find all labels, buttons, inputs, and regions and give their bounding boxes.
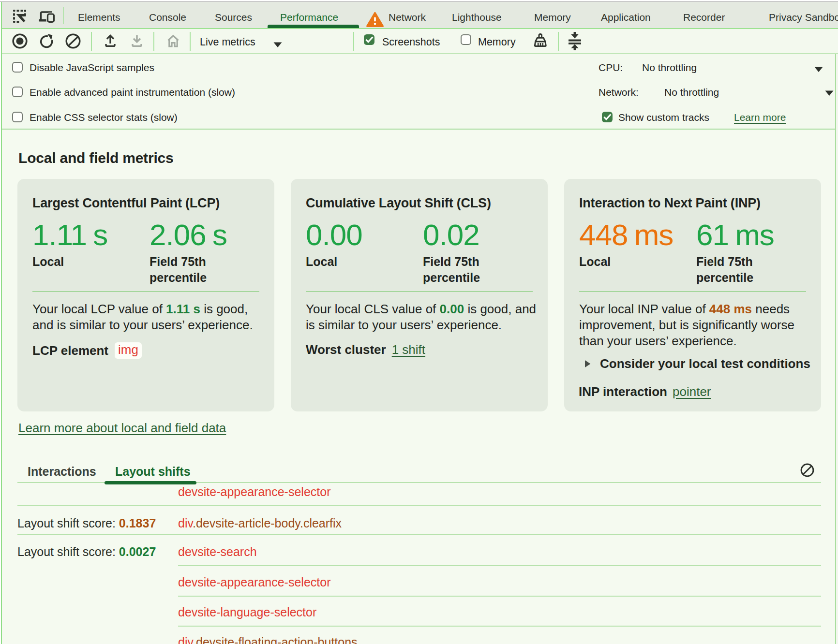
tab-memory[interactable]: Memory [534,11,571,24]
chevron-down-icon [824,90,834,96]
tab-layout-shifts[interactable]: Layout shifts [115,465,191,479]
node-link[interactable]: devsite-language-selector [178,605,316,619]
node-link[interactable]: devsite-appearance-selector [178,485,330,498]
network-throttling-value: No throttling [664,86,719,99]
layout-shift-affected-node[interactable]: devsite-language-selector [178,605,316,619]
cpu-throttling-select[interactable]: No throttling [636,54,829,79]
collapse-icon[interactable] [567,32,583,50]
upload-icon[interactable] [103,33,118,48]
screenshots-checkbox[interactable] [364,34,374,45]
inp-field-value: 61 ms [696,220,774,250]
show-custom-tracks-checkbox[interactable] [602,112,613,122]
lcp-element-node-chip[interactable]: img [115,342,142,359]
layout-shift-affected-node[interactable]: div.devsite-floating-action-buttons [178,635,358,644]
download-icon[interactable] [130,33,144,48]
lcp-description: Your local LCP value of 1.11 s is good, … [32,301,269,333]
inp-description: Your local INP value of 448 ms needs imp… [579,301,816,349]
show-custom-tracks-label[interactable]: Show custom tracks [618,111,709,124]
tab-lighthouse[interactable]: Lighthouse [452,11,502,24]
page-title: Local and field metrics [18,150,174,166]
tab-network[interactable]: Network [389,11,426,24]
worst-cluster-row: Worst cluster 1 shift [306,342,425,357]
cls-card: Cumulative Layout Shift (CLS) 0.00 0.02 … [291,179,548,411]
css-selector-stats-checkbox[interactable] [12,112,23,122]
memory-checkbox[interactable] [461,34,471,45]
lcp-field-value: 2.06 s [150,220,227,250]
record-icon[interactable] [12,33,28,49]
clear-log-icon[interactable] [800,463,814,477]
toolbar-separator [153,32,154,51]
selected-log-tab-underline [105,481,196,484]
css-selector-stats-label[interactable]: Enable CSS selector stats (slow) [30,111,178,124]
local-label: Local [32,254,139,270]
lcp-element-row: LCP element img [32,342,142,359]
local-test-conditions-disclosure[interactable]: Consider your local test conditions [584,356,810,371]
card-title: Cumulative Layout Shift (CLS) [306,196,491,211]
settings-pane: Disable JavaScript samples Enable advanc… [2,54,838,129]
performance-toolbar: Live metrics Screenshots Memory [2,29,838,53]
tab-elements[interactable]: Elements [78,11,120,24]
view-mode-value: Live metrics [200,36,255,48]
reload-icon[interactable] [39,33,54,49]
toolbar-separator [558,32,559,51]
view-mode-select[interactable]: Live metrics [193,29,297,53]
learn-more-field-data-link[interactable]: Learn more about local and field data [18,421,226,436]
layout-shift-affected-node[interactable]: div.devsite-article-body.clearfix [178,516,342,530]
node-link-classes[interactable]: .devsite-floating-action-buttons [193,635,357,644]
layout-shift-affected-node[interactable]: devsite-appearance-selector [178,575,330,589]
custom-tracks-learn-more-link[interactable]: Learn more [734,111,786,124]
field-label: Field 75th percentile [423,254,529,286]
layout-shift-affected-node[interactable]: devsite-search [178,545,257,559]
devtools-tabbar: Elements Console Sources Performance Net… [2,2,838,28]
cpu-label: CPU: [599,61,623,74]
selected-tab-underline [268,25,359,28]
tab-recorder[interactable]: Recorder [683,11,725,24]
tab-sources[interactable]: Sources [215,11,252,24]
node-link[interactable]: div [178,516,193,530]
screenshots-label[interactable]: Screenshots [382,36,440,48]
memory-label[interactable]: Memory [478,36,516,48]
card-title: Largest Contentful Paint (LCP) [32,196,220,211]
home-icon[interactable] [165,33,181,49]
inp-local-value: 448 ms [579,220,673,250]
disable-js-samples-label[interactable]: Disable JavaScript samples [30,61,154,74]
device-toolbar-icon[interactable] [38,9,55,24]
tab-performance[interactable]: Performance [280,11,338,24]
cls-description: Your local CLS value of 0.00 is good, an… [306,301,543,333]
node-link[interactable]: div [178,635,193,644]
tab-console[interactable]: Console [149,11,186,24]
log-subrow-separator [178,626,821,627]
advanced-paint-checkbox[interactable] [12,87,23,97]
network-throttling-select[interactable]: No throttling [658,79,838,104]
lcp-element-label: LCP element [32,343,108,358]
node-link[interactable]: devsite-appearance-selector [178,575,330,589]
node-link[interactable]: devsite-search [178,545,257,558]
local-label: Local [306,254,412,270]
clear-icon[interactable] [65,33,81,49]
layout-shift-score: Layout shift score: 0.0027 [17,545,156,559]
inspect-icon[interactable] [11,8,28,24]
cls-local-value: 0.00 [306,220,362,250]
card-title: Interaction to Next Paint (INP) [579,196,761,211]
tab-application[interactable]: Application [601,11,651,24]
log-row-separator [17,505,821,506]
desc-value: 0.00 [440,302,464,316]
lcp-card: Largest Contentful Paint (LCP) 1.11 s 2.… [17,179,274,411]
tab-privacy-sandbox[interactable]: Privacy Sandbox [769,11,838,24]
inp-interaction-link[interactable]: pointer [673,384,711,399]
disable-js-samples-checkbox[interactable] [12,62,23,73]
tab-interactions[interactable]: Interactions [28,465,96,479]
layout-shift-affected-node[interactable]: devsite-appearance-selector [178,485,330,499]
worst-cluster-link[interactable]: 1 shift [392,342,425,357]
advanced-paint-label[interactable]: Enable advanced paint instrumentation (s… [30,86,235,99]
score-value: 0.0027 [119,545,156,558]
card-divider [579,291,806,292]
cls-field-value: 0.02 [423,220,479,250]
node-link-classes[interactable]: .devsite-article-body.clearfix [193,516,342,530]
desc-text: Your local LCP value of [32,302,166,316]
toolbar-separator [353,32,354,51]
card-divider [306,291,533,292]
garbage-collect-icon[interactable] [533,33,548,48]
log-row-separator [17,534,821,535]
network-label: Network: [599,86,639,99]
